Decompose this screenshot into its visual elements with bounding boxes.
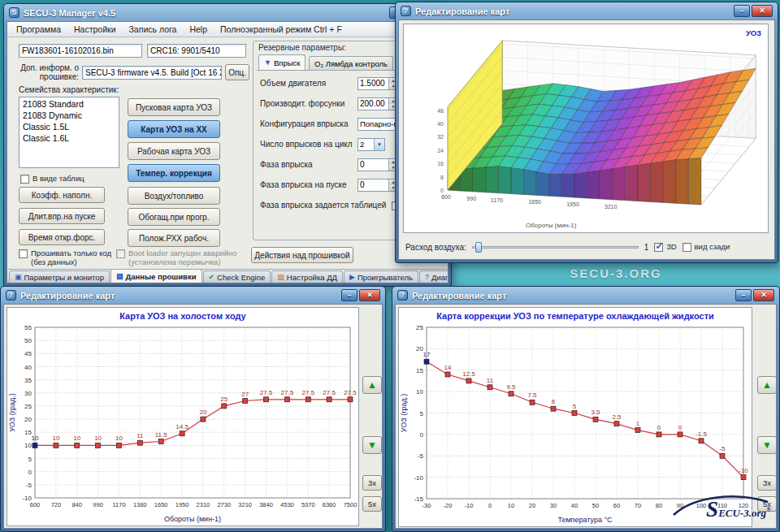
data-point[interactable] — [348, 397, 353, 402]
menu-log-record[interactable]: Запись лога — [124, 24, 183, 35]
data-point[interactable] — [445, 372, 450, 377]
data-point[interactable] — [158, 439, 163, 444]
tab-params-monitor[interactable]: ▣ Параметры и монитор — [9, 270, 110, 283]
data-point[interactable] — [488, 385, 492, 390]
as-tables-checkbox[interactable]: В виде таблиц — [20, 174, 84, 184]
data-point[interactable] — [551, 406, 556, 411]
data-point[interactable] — [264, 397, 269, 402]
data-point[interactable] — [699, 439, 704, 443]
slider-thumb[interactable] — [475, 242, 482, 253]
zoom-5x-button[interactable]: 5x — [362, 496, 382, 512]
map3d-titlebar[interactable]: ? Редактирование карт – ✕ — [398, 2, 775, 19]
minimize-button[interactable]: – — [734, 5, 750, 17]
idle-advance-chart[interactable]: -10-505101520253035404550556007208409901… — [6, 307, 359, 526]
tab-check-engine[interactable]: ✔ Check Engine — [203, 270, 271, 283]
main-titlebar[interactable]: S SECU-3 Manager v4.5 – ▢ ✕ — [6, 4, 448, 21]
close-button[interactable]: ✕ — [359, 289, 380, 301]
zoom-3x-button[interactable]: 3x — [362, 475, 382, 491]
data-point[interactable] — [222, 404, 227, 409]
firmware-file-field[interactable]: FW183601-16102016.bin — [19, 44, 142, 58]
start-map-button[interactable]: Пусковая карта УОЗ — [128, 98, 220, 116]
data-point[interactable] — [466, 378, 471, 383]
data-point[interactable] — [180, 431, 184, 436]
data-point[interactable] — [54, 443, 58, 448]
data-point[interactable] — [284, 397, 289, 402]
data-point[interactable] — [509, 391, 514, 396]
injection-phase-spinner[interactable]: 0 ▲▼ — [358, 158, 398, 171]
squirts-per-cycle-select[interactable]: 2 ▼ — [358, 138, 385, 151]
tab-firmware-data[interactable]: ▤ Данные прошивки — [110, 269, 202, 283]
minimize-button[interactable]: – — [735, 289, 752, 301]
list-item[interactable]: 21083 Standard — [20, 98, 118, 110]
close-button[interactable]: ✕ — [752, 5, 773, 17]
crc-field[interactable]: CRC16: 9901/5410 — [147, 44, 246, 58]
menu-settings[interactable]: Настройки — [68, 24, 122, 35]
checkbox-box[interactable] — [20, 175, 29, 184]
fill-coeff-button[interactable]: Коэфф. наполн. — [19, 187, 105, 203]
cranking-inj-time-button[interactable]: Длит.впр.на пуске — [19, 208, 105, 224]
checkbox-box[interactable] — [19, 249, 28, 258]
value-up-button[interactable]: ▲ — [757, 376, 777, 394]
menu-fullscreen[interactable]: Полноэкранный режим Ctrl + F — [214, 24, 348, 35]
idle-titlebar[interactable]: ? Редактирование карт – ✕ — [3, 287, 383, 304]
zoom-3x-button[interactable]: 3x — [757, 475, 777, 491]
close-button[interactable]: ✕ — [753, 289, 774, 301]
data-point[interactable] — [96, 443, 101, 448]
tab-knock-setup[interactable]: ▨ Настройка ДД — [271, 270, 343, 283]
data-point[interactable] — [530, 400, 535, 404]
back-view-checkbox[interactable]: вид сзади — [682, 242, 730, 252]
data-point[interactable] — [741, 475, 746, 480]
view-3d-checkbox[interactable]: ✓ 3D — [654, 242, 676, 252]
tab-player[interactable]: ▶ Проигрыватель — [344, 270, 418, 283]
data-point[interactable] — [117, 443, 122, 448]
temp-titlebar[interactable]: ? Редактирование карт – ✕ — [395, 287, 777, 304]
data-point[interactable] — [720, 453, 725, 458]
value-down-button[interactable]: ▼ — [362, 436, 382, 454]
tab-diagnostics[interactable]: ? Диагностика — [419, 270, 448, 283]
data-point[interactable] — [327, 397, 332, 402]
menu-program[interactable]: Программа — [11, 24, 67, 35]
firmware-actions-button[interactable]: Действия над прошивкой — [251, 247, 353, 263]
work-map-3d-plot[interactable]: 0816243240486009901170165019503210Оборот… — [403, 24, 769, 233]
data-point[interactable] — [306, 397, 310, 402]
list-item[interactable]: Classic 1.5L — [20, 121, 118, 132]
bootloader-checkbox[interactable]: Boot loader запущен аварийно (установлен… — [116, 249, 245, 266]
value-down-button[interactable]: ▼ — [757, 436, 777, 454]
data-point[interactable] — [243, 399, 248, 404]
flash-only-code-checkbox[interactable]: Прошивать только код (без данных) — [19, 249, 113, 266]
data-point[interactable] — [656, 432, 661, 437]
cranking-phase-spinner[interactable]: 0 ▲▼ — [358, 179, 398, 192]
data-point[interactable] — [75, 443, 80, 448]
data-point[interactable] — [137, 440, 142, 445]
list-item[interactable]: Classic 1.6L — [20, 132, 118, 144]
checkbox-box[interactable]: ✓ — [654, 243, 663, 252]
tab-lambda-control[interactable]: O₂ Лямбда контроль — [309, 56, 393, 70]
idle-map-button[interactable]: Карта УОЗ на ХХ — [128, 120, 220, 138]
engine-volume-spinner[interactable]: 1.5000 ▲▼ — [358, 77, 398, 90]
options-button[interactable]: Опц. — [225, 64, 249, 80]
data-point[interactable] — [572, 411, 577, 416]
data-point[interactable] — [635, 428, 640, 433]
menu-help[interactable]: Help — [184, 24, 213, 35]
injector-open-time-button[interactable]: Время откр.форс. — [19, 229, 105, 245]
data-point[interactable] — [201, 417, 206, 422]
injector-flow-spinner[interactable]: 200.00 ▲▼ — [358, 97, 398, 110]
tab-injection[interactable]: ▼ Впрыск — [258, 54, 306, 70]
data-point[interactable] — [614, 422, 619, 426]
families-listbox[interactable]: 21083 Standard 21083 Dynamic Classic 1.5… — [19, 97, 119, 168]
data-point[interactable] — [424, 359, 429, 364]
airflow-slider[interactable] — [472, 241, 639, 253]
temp-correction-button[interactable]: Темпер. коррекция — [128, 164, 220, 182]
minimize-button[interactable]: – — [341, 289, 358, 301]
fw-info-field[interactable]: SECU-3 firmware v4.5. Build [Oct 16 20 — [82, 66, 222, 80]
data-point[interactable] — [593, 417, 598, 422]
chevron-down-icon[interactable]: ▼ — [374, 139, 384, 150]
checkbox-box[interactable] — [116, 249, 125, 258]
iac-position-button[interactable]: Полож.РХХ рабоч. — [128, 229, 220, 247]
checkbox-box[interactable] — [682, 243, 691, 252]
value-up-button[interactable]: ▲ — [362, 376, 382, 394]
air-fuel-button[interactable]: Воздух/топливо — [128, 187, 220, 205]
work-map-button[interactable]: Рабочая карта УОЗ — [128, 142, 220, 160]
list-item[interactable]: 21083 Dynamic — [20, 110, 118, 121]
warmup-enrichment-button[interactable]: Обогащ.при прогр. — [128, 208, 220, 226]
